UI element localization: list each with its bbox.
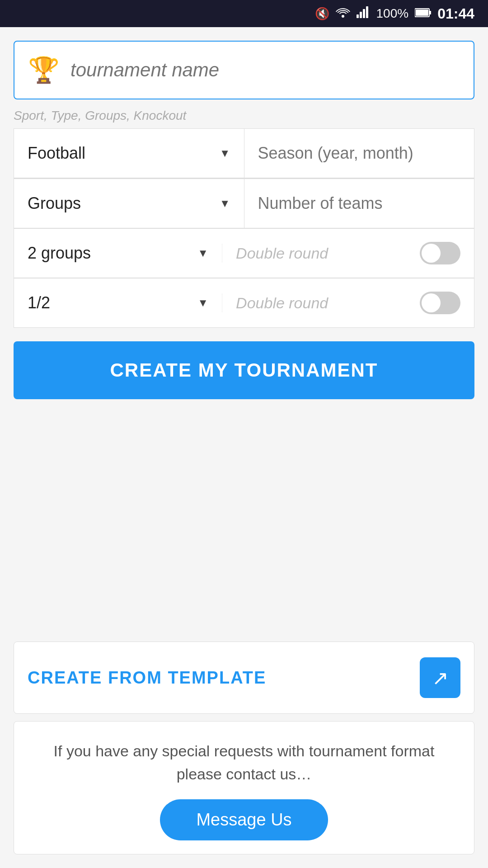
sport-value: Football [28,144,85,163]
double-round-label-1: Double round [236,245,328,262]
sport-chevron: ▼ [220,147,230,160]
main-content: 🏆 Sport, Type, Groups, Knockout Football… [0,27,488,642]
template-label[interactable]: CREATE FROM TEMPLATE [28,668,266,688]
toggle-slider-1 [420,242,460,264]
type-chevron: ▼ [220,197,230,210]
season-input-cell[interactable] [244,128,475,178]
create-tournament-button[interactable]: CREATE MY TOURNAMENT [14,341,474,399]
message-us-button[interactable]: Message Us [160,799,328,840]
mute-icon: 🔇 [315,7,329,21]
arrow-icon: ↗ [432,666,449,689]
svg-rect-1 [357,14,359,18]
contact-text: If you have any special requests with to… [32,740,456,786]
contact-box: If you have any special requests with to… [14,721,474,854]
type-teams-row: Groups ▼ [14,178,474,228]
type-select[interactable]: Groups ▼ [14,179,244,228]
svg-rect-6 [416,9,428,16]
type-value: Groups [28,194,81,213]
tournament-name-input[interactable] [70,59,460,81]
svg-rect-2 [360,12,362,18]
wifi-icon [336,6,350,21]
knockout-double-round: Double round [222,292,460,314]
status-bar: 🔇 100% 01:44 [0,0,488,27]
tournament-name-container[interactable]: 🏆 [14,41,474,99]
teams-input[interactable] [258,194,461,213]
svg-rect-3 [363,9,365,18]
template-icon-button[interactable]: ↗ [420,657,460,698]
status-time: 01:44 [437,5,474,22]
bottom-section: CREATE FROM TEMPLATE ↗ If you have any s… [0,642,488,868]
form-subtitle: Sport, Type, Groups, Knockout [14,108,474,123]
sport-season-row: Football ▼ [14,128,474,178]
groups-row: 2 groups ▼ Double round [14,228,474,278]
signal-icon [357,6,370,21]
groups-chevron: ▼ [197,247,208,259]
groups-value: 2 groups [28,244,91,263]
spacer [14,399,474,642]
status-icons: 🔇 100% 01:44 [315,5,474,22]
double-round-toggle-1[interactable] [420,242,460,264]
groups-select[interactable]: 2 groups ▼ [28,244,222,263]
battery-icon [415,7,431,21]
toggle-slider-2 [420,292,460,314]
svg-rect-4 [366,6,368,18]
battery-percent: 100% [376,6,409,21]
knockout-value: 1/2 [28,293,50,312]
double-round-toggle-2[interactable] [420,292,460,314]
svg-point-0 [342,15,344,18]
groups-double-round: Double round [222,242,460,264]
teams-input-cell[interactable] [244,179,475,228]
knockout-row: 1/2 ▼ Double round [14,278,474,328]
trophy-icon: 🏆 [28,55,60,85]
sport-select[interactable]: Football ▼ [14,128,244,178]
template-row: CREATE FROM TEMPLATE ↗ [14,642,474,714]
svg-rect-7 [429,11,431,14]
knockout-select[interactable]: 1/2 ▼ [28,293,222,312]
knockout-chevron: ▼ [197,297,208,309]
season-input[interactable] [258,144,461,163]
double-round-label-2: Double round [236,294,328,312]
